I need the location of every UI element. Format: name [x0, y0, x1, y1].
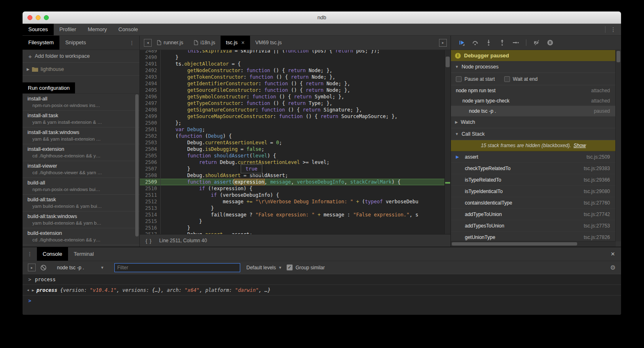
collapse-tabs-left-icon[interactable]: ◂	[144, 39, 152, 47]
code-line[interactable]: 2500 };	[140, 120, 445, 126]
show-blackboxed-link[interactable]: Show	[573, 143, 586, 148]
stack-frame-containsidenticaltype[interactable]: containsIdenticalTypetsc.js:27760	[451, 197, 616, 209]
execution-line[interactable]: 2509 function assert(expression, message…	[140, 179, 445, 185]
line-number[interactable]: 2494	[140, 80, 161, 87]
code-line[interactable]: 2517 Debug.assert = assert;	[140, 231, 445, 234]
line-number[interactable]: 2500	[140, 120, 161, 126]
group-similar-checkbox[interactable]: ✓	[287, 264, 293, 271]
section-watch[interactable]: ▶ Watch	[451, 116, 616, 128]
code-line[interactable]: 2499 getSourceMapSourceConstructor: func…	[140, 113, 445, 120]
main-tab-sources[interactable]: Sources	[23, 24, 54, 35]
add-folder-button[interactable]: + Add folder to workspace	[23, 50, 139, 63]
run-config-build-all[interactable]: build-allnpm-run-posix-or-windows bui…	[23, 178, 139, 195]
pretty-print-icon[interactable]: { }	[146, 238, 152, 244]
editor-tab-vm69-tsc-js[interactable]: VM69 tsc.js	[250, 36, 287, 50]
show-tab-list-icon[interactable]: ▸	[439, 39, 447, 47]
code-line[interactable]: 2513 }	[140, 205, 445, 212]
code-line[interactable]: 2516 }	[140, 225, 445, 231]
line-number[interactable]: 2503	[140, 139, 161, 146]
code-line[interactable]: 2505 function shouldAssert(level) {	[140, 152, 445, 159]
section-call-stack[interactable]: ▼ Call Stack	[451, 128, 616, 140]
drawer-tab-terminal[interactable]: Terminal	[68, 247, 100, 261]
stack-frame-istypeidenticalto[interactable]: isTypeIdenticalTotsc.js:29080	[451, 186, 616, 197]
tab-snippets[interactable]: Snippets	[59, 36, 92, 50]
process-node-yarn-type-check[interactable]: node yarn type-checkattached	[451, 96, 616, 106]
close-drawer-icon[interactable]: ×	[611, 250, 621, 258]
editor-tab-tsc-js[interactable]: tsc.js×	[221, 36, 250, 50]
code-line[interactable]: 2495 getSourceFileConstructor: function …	[140, 87, 445, 93]
editor-scrollbar[interactable]	[444, 50, 451, 234]
drawer-tab-console[interactable]: Console	[37, 247, 68, 261]
panel-hscrollbar[interactable]	[451, 241, 616, 247]
wait-at-end-checkbox[interactable]	[504, 76, 510, 82]
line-number[interactable]: 2513	[140, 205, 161, 212]
console-input-echo[interactable]: >process	[23, 274, 621, 285]
code-line[interactable]: 2510 if (!expression) {	[140, 185, 445, 192]
line-number[interactable]: 2505	[140, 152, 161, 159]
tree-item-lighthouse[interactable]: ▶ lighthouse	[23, 63, 139, 76]
console-result[interactable]: ◂▶process {version: "v10.4.1", versions:…	[23, 285, 621, 296]
line-number[interactable]: 2510	[140, 185, 161, 192]
run-config-install-extension[interactable]: install-extensioncd ./lighthouse-extensi…	[23, 144, 139, 161]
tab-filesystem[interactable]: Filesystem	[23, 36, 59, 50]
line-number[interactable]: 2489	[140, 50, 161, 54]
console-filter-input[interactable]	[114, 263, 240, 272]
line-number[interactable]: 2501	[140, 126, 161, 133]
process-node-tsc-p[interactable]: node tsc -p .paused	[451, 106, 616, 116]
step-icon[interactable]	[512, 39, 519, 46]
line-number[interactable]: 2517	[140, 231, 161, 234]
code-line[interactable]: 2493 getTokenConstructor: function () { …	[140, 74, 445, 80]
code-line[interactable]: 2515 }	[140, 218, 445, 225]
editor-tab-runner-js[interactable]: runner.js	[152, 36, 189, 50]
step-out-icon[interactable]	[499, 39, 505, 46]
code-line[interactable]: 2503 Debug.currentAssertionLevel = 0;	[140, 139, 445, 146]
run-config-build-all-task-windows[interactable]: build-all:task:windowsyarn build-extensi…	[23, 212, 139, 228]
line-number[interactable]: 2515	[140, 218, 161, 225]
line-number[interactable]: 2502	[140, 133, 161, 139]
editor-tab-i18n-js[interactable]: i18n.js	[189, 36, 221, 50]
line-number[interactable]: 2498	[140, 107, 161, 113]
code-line[interactable]: 2511 if (verboseDebugInfo) {	[140, 192, 445, 198]
code-editor[interactable]: 2489 this.skipTrivia = skipTrivia || (fu…	[140, 50, 451, 234]
close-window-icon[interactable]	[27, 15, 32, 20]
line-number[interactable]: 2499	[140, 113, 161, 120]
run-config-install-viewer[interactable]: install-viewercd ./lighthouse-viewer && …	[23, 161, 139, 178]
run-config-install-all[interactable]: install-allnpm-run-posix-or-windows ins…	[23, 94, 139, 111]
code-line[interactable]: 2494 getIdentifierConstructor: function …	[140, 80, 445, 87]
run-config-install-all-task-windows[interactable]: install-all:task:windowsyarn && yarn ins…	[23, 127, 139, 144]
line-number[interactable]: 2496	[140, 93, 161, 100]
expand-console-icon[interactable]: ▸	[28, 264, 36, 271]
code-line[interactable]: 2501 var Debug;	[140, 126, 445, 133]
pause-on-exceptions-icon[interactable]	[547, 39, 553, 46]
drawer-more-icon[interactable]: ⋮	[23, 251, 37, 257]
clear-console-icon[interactable]	[40, 264, 47, 271]
line-number[interactable]: 2493	[140, 74, 161, 80]
line-number[interactable]: 2508	[140, 172, 161, 179]
zoom-window-icon[interactable]	[44, 15, 49, 20]
panel-hscrollbar-thumb[interactable]	[452, 242, 577, 246]
code-line[interactable]: 2489 this.skipTrivia = skipTrivia || (fu…	[140, 50, 445, 54]
close-tab-icon[interactable]: ×	[241, 39, 245, 46]
code-line[interactable]: 2502 (function (Debug) {	[140, 133, 445, 139]
process-node-npm-run-test[interactable]: node npm run testattached	[451, 85, 616, 96]
sidebar-scrollbar[interactable]	[135, 94, 139, 237]
more-options-icon[interactable]: ⋮	[610, 27, 616, 32]
stack-frame-getuniontype[interactable]: getUnionTypetsc.js:27826	[451, 232, 616, 241]
resume-script-icon[interactable]	[458, 39, 465, 46]
code-line[interactable]: 2497 getTypeConstructor: function () { r…	[140, 100, 445, 107]
stack-frame-istyperelatedto[interactable]: isTypeRelatedTotsc.js:29366	[451, 174, 616, 186]
minimize-window-icon[interactable]	[36, 15, 41, 20]
line-number[interactable]: 2512	[140, 198, 161, 205]
line-number[interactable]: 2509	[140, 179, 161, 185]
code-line[interactable]: 2507 }	[140, 166, 445, 172]
stack-frame-checktyperelatedto[interactable]: checkTypeRelatedTotsc.js:29383	[451, 163, 616, 174]
stack-frame-addtypestounion[interactable]: addTypesToUniontsc.js:27753	[451, 220, 616, 232]
line-number[interactable]: 2514	[140, 212, 161, 218]
line-number[interactable]: 2511	[140, 192, 161, 198]
line-number[interactable]: 2507	[140, 166, 161, 172]
code-line[interactable]: 2506 return Debug.currentAssertionLevel …	[140, 159, 445, 166]
run-config-build-all-task[interactable]: build-all:taskyarn build-extension & yar…	[23, 195, 139, 212]
main-tab-profiler[interactable]: Profiler	[54, 24, 82, 35]
code-line[interactable]: 2504 Debug.isDebugging = false;	[140, 146, 445, 152]
deactivate-breakpoints-icon[interactable]	[533, 39, 540, 46]
